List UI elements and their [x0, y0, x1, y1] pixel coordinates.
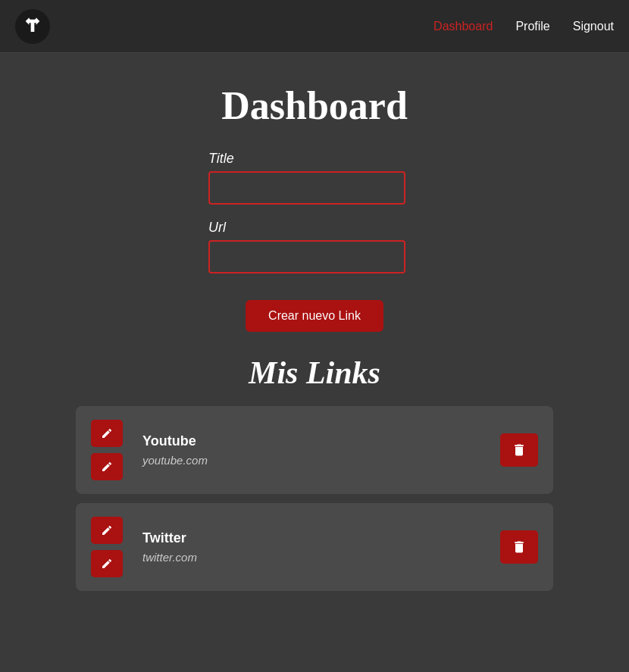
tshirt-icon	[22, 16, 43, 37]
edit-title-button-youtube[interactable]	[91, 420, 123, 447]
trash-icon-twitter	[512, 539, 527, 555]
edit-title-button-twitter[interactable]	[91, 517, 123, 544]
link-card-youtube: Youtube youtube.com	[76, 406, 553, 494]
delete-button-youtube[interactable]	[500, 433, 538, 467]
links-container: Youtube youtube.com	[76, 406, 553, 591]
link-title-youtube: Youtube	[142, 433, 538, 449]
navbar: Dashboard Profile Signout	[0, 0, 629, 53]
title-form-section: Title	[208, 151, 421, 205]
edit-buttons-twitter	[91, 517, 123, 577]
page-title: Dashboard	[221, 83, 408, 128]
title-label: Title	[208, 151, 234, 167]
edit-url-button-youtube[interactable]	[91, 453, 123, 480]
pencil-icon-4	[101, 558, 113, 570]
edit-buttons-youtube	[91, 420, 123, 480]
nav-link-signout[interactable]: Signout	[573, 20, 614, 33]
nav-link-profile[interactable]: Profile	[515, 20, 549, 33]
url-input[interactable]	[208, 240, 405, 273]
nav-links: Dashboard Profile Signout	[433, 20, 614, 33]
link-card-twitter: Twitter twitter.com	[76, 503, 553, 591]
link-info-twitter: Twitter twitter.com	[135, 530, 538, 564]
mis-links-title: Mis Links	[249, 355, 380, 391]
url-form-section: Url	[208, 220, 421, 273]
pencil-icon	[101, 427, 113, 439]
edit-url-button-twitter[interactable]	[91, 550, 123, 577]
pencil-icon-2	[101, 461, 113, 473]
link-info-youtube: Youtube youtube.com	[135, 433, 538, 467]
create-link-button[interactable]: Crear nuevo Link	[246, 300, 383, 332]
nav-link-dashboard[interactable]: Dashboard	[433, 20, 493, 33]
link-title-twitter: Twitter	[142, 530, 538, 546]
main-content: Dashboard Title Url Crear nuevo Link Mis…	[0, 53, 629, 621]
logo[interactable]	[15, 9, 50, 44]
url-label: Url	[208, 220, 226, 236]
pencil-icon-3	[101, 524, 113, 536]
link-url-youtube: youtube.com	[142, 454, 538, 467]
trash-icon-youtube	[512, 442, 527, 458]
delete-button-twitter[interactable]	[500, 530, 538, 564]
title-input[interactable]	[208, 171, 405, 205]
link-url-twitter: twitter.com	[142, 551, 538, 564]
